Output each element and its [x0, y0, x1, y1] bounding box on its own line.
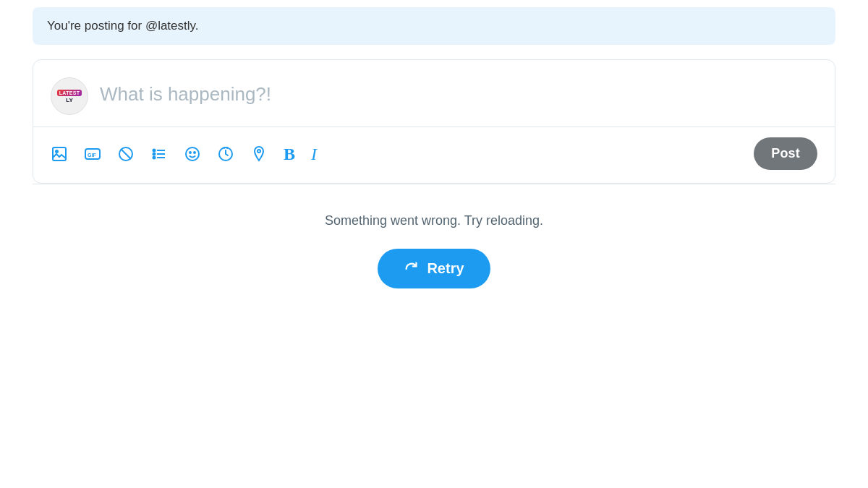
retry-button[interactable]: Retry — [378, 249, 490, 288]
italic-icon[interactable]: I — [311, 145, 317, 163]
toolbar-icons: GIF — [51, 145, 754, 163]
posting-banner-text: You're posting for @latestly. — [47, 19, 199, 33]
compose-top: LATEST LY What is happening?! — [33, 60, 835, 127]
svg-rect-17 — [226, 147, 228, 149]
avatar-label: LATEST — [57, 90, 82, 96]
retry-icon — [404, 261, 420, 277]
svg-rect-0 — [53, 147, 66, 160]
svg-point-18 — [258, 150, 260, 153]
svg-rect-16 — [224, 147, 225, 149]
svg-point-10 — [153, 156, 156, 158]
gif-icon[interactable]: GIF — [84, 145, 101, 163]
compose-area: LATEST LY What is happening?! GIF — [33, 59, 835, 184]
compose-input[interactable]: What is happening?! — [100, 77, 817, 106]
svg-point-8 — [153, 153, 156, 155]
svg-point-1 — [56, 150, 58, 153]
svg-line-5 — [121, 149, 131, 159]
location-icon[interactable] — [250, 145, 268, 163]
avatar: LATEST LY — [51, 77, 88, 115]
error-message: Something went wrong. Try reloading. — [325, 213, 543, 228]
svg-point-6 — [153, 149, 156, 151]
list-icon[interactable] — [150, 145, 168, 163]
italic-letter: I — [311, 145, 317, 163]
svg-point-14 — [194, 152, 195, 153]
bold-icon[interactable]: B — [284, 145, 295, 163]
svg-point-12 — [186, 147, 199, 160]
post-button[interactable]: Post — [754, 137, 817, 170]
posting-banner: You're posting for @latestly. — [33, 7, 835, 45]
image-icon[interactable] — [51, 145, 68, 163]
error-section: Something went wrong. Try reloading. Ret… — [33, 184, 835, 317]
circle-icon[interactable] — [117, 145, 135, 163]
compose-toolbar: GIF — [33, 127, 835, 183]
schedule-icon[interactable] — [217, 145, 234, 163]
svg-text:GIF: GIF — [88, 153, 96, 158]
bold-letter: B — [284, 145, 295, 163]
emoji-icon[interactable] — [184, 145, 201, 163]
avatar-sublabel: LY — [66, 97, 73, 103]
svg-point-13 — [190, 152, 191, 153]
retry-label: Retry — [427, 260, 464, 277]
